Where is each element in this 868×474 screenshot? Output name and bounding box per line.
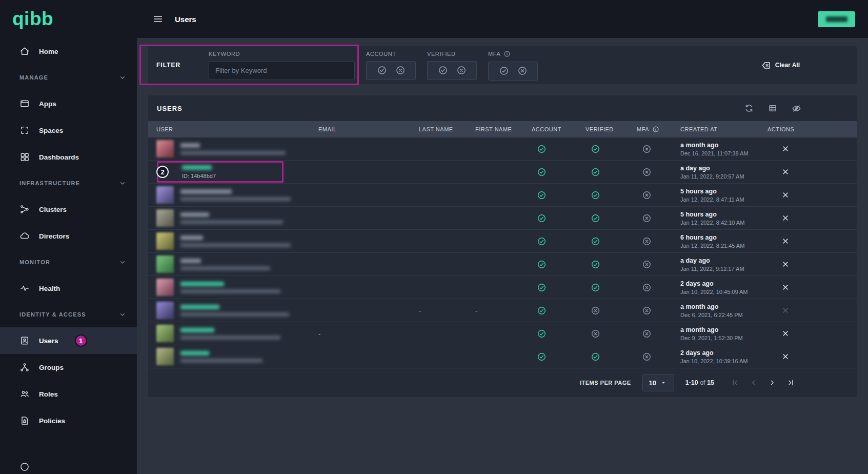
user-cell [156,184,318,206]
chevron-down-icon [118,73,127,82]
table-row: --a month agoDec 6, 2021, 6:22:45 PM [148,299,857,322]
redacted-user-name[interactable] [180,235,203,240]
qibb-logo[interactable]: qibb [0,0,137,38]
actions-cell [768,214,803,222]
delete-user-button[interactable] [781,283,790,291]
sidebar-item-policies[interactable]: Policies [0,407,137,434]
delete-user-button[interactable] [781,237,790,245]
sidebar-section-identity-access[interactable]: IDENTITY & ACCESS [0,302,137,327]
created-timestamp: Jan 11, 2022, 9:12:17 AM [680,266,768,272]
sidebar-item-label: Users [39,337,58,345]
redacted-user-name[interactable] [180,212,209,217]
menu-icon[interactable] [152,13,164,25]
sidebar-item-spaces[interactable]: Spaces [0,117,137,144]
info-icon[interactable] [503,50,511,57]
redacted-user-subtext [180,312,289,317]
circle-icon [19,462,30,472]
account-check-toggle-icon[interactable] [377,65,387,75]
redacted-user-name[interactable] [180,259,201,263]
delete-user-button[interactable] [781,168,790,176]
redacted-user-name[interactable] [180,328,214,332]
first-page-button[interactable] [731,378,740,387]
sidebar-item-dashboards[interactable]: Dashboards [0,144,137,170]
created-at-cell: a month agoDec 16, 2021, 11:07:38 AM [680,142,768,156]
account-check-icon [537,283,547,292]
user-id: ID: 14b48bd7 [182,173,216,179]
sidebar-item-label: Health [39,285,60,292]
sidebar-section-monitor[interactable]: MONITOR [0,249,137,275]
mfa-check-toggle-icon[interactable] [499,66,509,76]
sidebar-section-manage[interactable]: MANAGE [0,65,137,90]
sidebar-item-health[interactable]: Health [0,275,137,302]
mfa-status-cell [637,236,680,246]
sidebar-item-clusters[interactable]: Clusters [0,196,137,223]
account-cross-toggle-icon[interactable] [395,65,406,75]
verified-check-icon [591,352,600,362]
redacted-user-subtext [180,266,270,270]
prev-page-button[interactable] [749,378,758,387]
verified-status-cell [586,144,637,154]
verified-status-cell [586,213,637,223]
sidebar-item-directors[interactable]: Directors [0,223,137,249]
redacted-user-subtext [180,335,280,340]
column-header-actions: ACTIONS [768,126,803,132]
sidebar-item-label: Apps [39,100,56,108]
sidebar-item-users[interactable]: Users1 [0,327,137,354]
verified-cross-icon [591,329,600,339]
sidebar-item-groups[interactable]: Groups [0,354,137,381]
user-cell: 2ID: 14b48bd7 [156,161,318,183]
eye-off-icon[interactable] [792,104,801,113]
page-range: 1-10 of 15 [685,379,714,386]
sidebar-item-roles[interactable]: Roles [0,381,137,407]
redacted-user-name[interactable] [180,305,219,309]
refresh-icon[interactable] [744,104,754,113]
account-status-cell [532,167,586,177]
clear-all-button[interactable]: Clear All [761,61,800,70]
verified-status-cell [586,283,637,292]
mfa-cross-toggle-icon[interactable] [517,66,528,76]
users-icon [19,335,30,346]
account-filter-group: ACCOUNT [366,51,416,80]
topbar-primary-button[interactable] [818,11,855,27]
avatar [156,209,174,227]
delete-user-button[interactable] [781,352,790,361]
redacted-user-name[interactable] [180,189,232,194]
column-header-mfa: MFA [637,126,680,133]
verified-check-toggle-icon[interactable] [438,65,448,75]
verified-status-cell [586,260,637,269]
column-header-email: EMAIL [318,126,419,132]
redacted-user-name[interactable] [180,351,209,356]
keyword-input[interactable] [209,61,355,80]
next-page-button[interactable] [768,378,777,387]
redacted-user-name[interactable] [180,143,200,148]
sidebar-item-apps[interactable]: Apps [0,90,137,117]
account-check-icon [537,213,547,223]
delete-user-button[interactable] [781,329,790,338]
last-name-cell: - [419,306,475,315]
redacted-user-name[interactable] [180,282,224,286]
sidebar-section-infrastructure[interactable]: INFRASTRUCTURE [0,170,137,196]
table-view-icon[interactable] [768,104,777,113]
mfa-cross-icon [642,213,652,223]
redacted-user-name[interactable] [182,165,212,170]
created-relative: 5 hours ago [680,188,768,195]
sidebar-item-home[interactable]: Home [0,38,137,65]
mfa-filter-label: MFA [488,51,500,57]
annotation-badge-1: 1 [75,334,87,347]
redacted-user-subtext [180,359,263,363]
last-page-button[interactable] [786,378,795,387]
created-at-cell: a month agoDec 6, 2021, 6:22:45 PM [680,303,768,318]
account-status-cell [532,283,586,292]
delete-user-button[interactable] [781,260,790,268]
user-cell [156,299,318,322]
redacted-button-label [826,16,847,22]
delete-user-button[interactable] [781,191,790,199]
created-timestamp: Dec 16, 2021, 11:07:38 AM [680,150,768,156]
delete-user-button[interactable] [781,214,790,222]
delete-user-button[interactable] [781,145,790,153]
created-timestamp: Dec 9, 2021, 1:52:30 PM [680,335,768,341]
sidebar-item-more[interactable] [0,453,137,474]
page-size-select[interactable]: 10 [642,374,674,391]
verified-check-icon [591,144,600,154]
verified-cross-toggle-icon[interactable] [456,65,467,75]
